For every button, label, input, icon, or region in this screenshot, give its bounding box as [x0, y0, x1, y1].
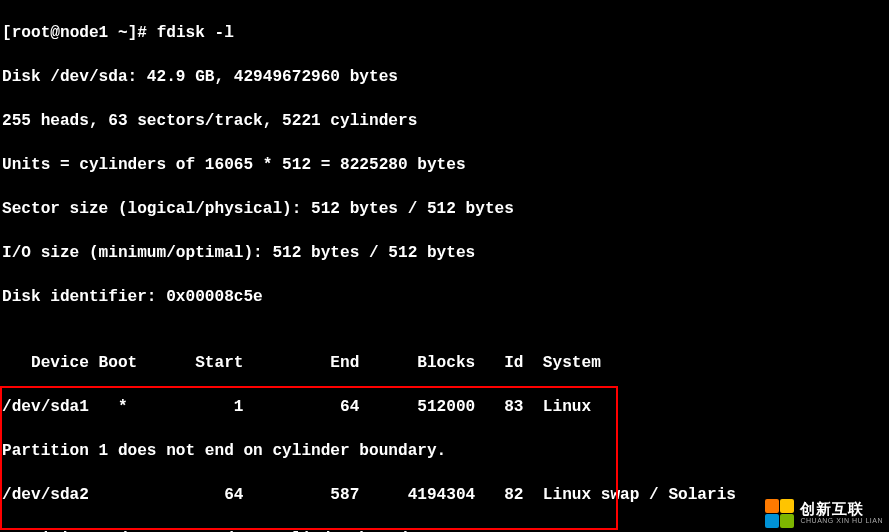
ptable-warn-2: Partition 2 does not end on cylinder bou… — [2, 528, 887, 532]
ptable-head: Device Boot Start End Blocks Id System — [2, 352, 887, 374]
sda-io: I/O size (minimum/optimal): 512 bytes / … — [2, 242, 887, 264]
sda-header: Disk /dev/sda: 42.9 GB, 42949672960 byte… — [2, 66, 887, 88]
terminal-window[interactable]: [root@node1 ~]# fdisk -l Disk /dev/sda: … — [0, 0, 889, 532]
watermark-logo-icon — [764, 498, 794, 528]
prompt-open: [ — [2, 24, 12, 42]
ptable-row-1: /dev/sda1 * 1 64 512000 83 Linux — [2, 396, 887, 418]
prompt-close: ] — [128, 24, 138, 42]
prompt-symbol: # — [137, 24, 147, 42]
command-text: fdisk -l — [157, 24, 234, 42]
prompt-sep — [108, 24, 118, 42]
watermark-text: 创新互联 CHUANG XIN HU LIAN — [800, 501, 883, 525]
sda-geom: 255 heads, 63 sectors/track, 5221 cylind… — [2, 110, 887, 132]
prompt-at: @ — [50, 24, 60, 42]
watermark: 创新互联 CHUANG XIN HU LIAN — [764, 498, 883, 528]
sda-ident: Disk identifier: 0x00008c5e — [2, 286, 887, 308]
prompt-host: node1 — [60, 24, 108, 42]
ptable-warn-1: Partition 1 does not end on cylinder bou… — [2, 440, 887, 462]
sda-sector: Sector size (logical/physical): 512 byte… — [2, 198, 887, 220]
ptable-row-2: /dev/sda2 64 587 4194304 82 Linux swap /… — [2, 484, 887, 506]
watermark-en: CHUANG XIN HU LIAN — [800, 516, 883, 525]
sda-units: Units = cylinders of 16065 * 512 = 82252… — [2, 154, 887, 176]
prompt-user: root — [12, 24, 51, 42]
watermark-cn: 创新互联 — [800, 501, 883, 516]
prompt-dir: ~ — [118, 24, 128, 42]
